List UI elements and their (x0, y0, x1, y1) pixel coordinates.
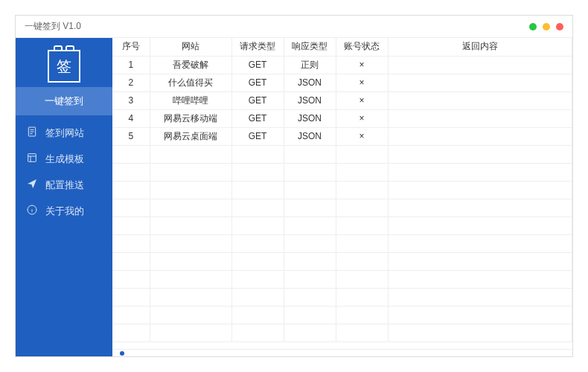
cell-empty (150, 163, 231, 181)
cell-seq: 4 (112, 109, 150, 127)
cell-empty (150, 324, 231, 341)
app-window: 一键签到 V1.0 签 一键签到 签到网站 (15, 15, 573, 357)
col-seq[interactable]: 序号 (112, 38, 150, 56)
table-row-empty (112, 270, 572, 288)
cell-empty (388, 199, 572, 217)
cell-seq: 2 (112, 74, 150, 92)
cell-resp: JSON (284, 127, 336, 145)
cell-empty (150, 145, 231, 163)
cell-empty (112, 252, 150, 270)
cell-resp: 正则 (284, 56, 336, 74)
logo-char: 签 (57, 57, 71, 77)
cell-empty (388, 181, 572, 199)
cell-acct: × (336, 92, 388, 109)
table-row-empty (112, 288, 572, 306)
sidebar-item-sites[interactable]: 签到网站 (16, 120, 112, 146)
cell-empty (284, 252, 336, 270)
cell-empty (231, 324, 284, 341)
table-row-empty (112, 234, 572, 252)
app-logo-icon: 签 (48, 50, 80, 83)
statusbar (112, 349, 572, 356)
cell-acct: × (336, 127, 388, 145)
table-row-empty (112, 181, 572, 199)
table-row[interactable]: 3哔哩哔哩GETJSON× (112, 92, 572, 109)
cell-empty (336, 270, 388, 288)
cell-empty (388, 288, 572, 306)
cell-empty (231, 163, 284, 181)
cell-empty (284, 145, 336, 163)
cell-req: GET (231, 74, 284, 92)
sidebar-item-template[interactable]: 生成模板 (16, 146, 112, 172)
cell-req: GET (231, 127, 284, 145)
cell-empty (150, 217, 231, 234)
cell-empty (284, 288, 336, 306)
cell-empty (336, 217, 388, 234)
window-controls (529, 23, 563, 31)
cell-empty (388, 145, 572, 163)
minimize-button[interactable] (529, 23, 537, 31)
close-button[interactable] (556, 23, 563, 31)
cell-empty (231, 145, 284, 163)
cell-empty (336, 252, 388, 270)
cell-empty (336, 324, 388, 341)
table-container: 序号 网站 请求类型 响应类型 账号状态 返回内容 1吾爱破解GET正则×2什么… (112, 38, 572, 349)
cell-empty (336, 181, 388, 199)
cell-empty (150, 199, 231, 217)
cell-empty (336, 288, 388, 306)
col-account-status[interactable]: 账号状态 (336, 38, 388, 56)
cell-site: 吾爱破解 (150, 56, 231, 74)
cell-empty (231, 199, 284, 217)
table-row-empty (112, 145, 572, 163)
sidebar-item-push[interactable]: 配置推送 (16, 172, 112, 198)
cell-empty (284, 217, 336, 234)
cell-empty (150, 270, 231, 288)
sidebar-item-label: 生成模板 (45, 153, 84, 166)
cell-empty (284, 234, 336, 252)
table-row[interactable]: 4网易云移动端GETJSON× (112, 109, 572, 127)
cell-empty (150, 181, 231, 199)
cell-req: GET (231, 92, 284, 109)
cell-empty (112, 306, 150, 324)
cell-empty (284, 324, 336, 341)
window-title: 一键签到 V1.0 (25, 20, 529, 33)
cell-ret (388, 92, 572, 109)
cell-empty (112, 234, 150, 252)
table-row[interactable]: 2什么值得买GETJSON× (112, 74, 572, 92)
document-icon (26, 126, 38, 140)
cell-ret (388, 127, 572, 145)
sidebar-item-label: 签到网站 (45, 126, 84, 140)
col-request-type[interactable]: 请求类型 (231, 38, 284, 56)
cell-acct: × (336, 56, 388, 74)
cell-empty (231, 270, 284, 288)
cell-empty (150, 306, 231, 324)
cell-empty (284, 163, 336, 181)
cell-req: GET (231, 56, 284, 74)
cell-empty (231, 288, 284, 306)
cell-site: 网易云移动端 (150, 109, 231, 127)
cell-empty (336, 306, 388, 324)
table-row[interactable]: 5网易云桌面端GETJSON× (112, 127, 572, 145)
cell-site: 哔哩哔哩 (150, 92, 231, 109)
col-site[interactable]: 网站 (150, 38, 231, 56)
cell-empty (112, 163, 150, 181)
table-row[interactable]: 1吾爱破解GET正则× (112, 56, 572, 74)
cell-empty (150, 234, 231, 252)
main-area: 序号 网站 请求类型 响应类型 账号状态 返回内容 1吾爱破解GET正则×2什么… (112, 38, 572, 356)
cell-empty (336, 234, 388, 252)
cell-site: 网易云桌面端 (150, 127, 231, 145)
table-row-empty (112, 252, 572, 270)
template-icon (26, 152, 38, 166)
col-response-type[interactable]: 响应类型 (284, 38, 336, 56)
table-row-empty (112, 306, 572, 324)
cell-seq: 1 (112, 56, 150, 74)
maximize-button[interactable] (543, 23, 550, 31)
col-return-content[interactable]: 返回内容 (388, 38, 572, 56)
table-row-empty (112, 163, 572, 181)
cell-empty (388, 217, 572, 234)
cell-empty (231, 306, 284, 324)
sidebar-item-signin[interactable]: 一键签到 (16, 87, 112, 115)
cell-empty (388, 252, 572, 270)
sidebar-item-about[interactable]: 关于我的 (16, 198, 112, 224)
cell-empty (231, 181, 284, 199)
sidebar: 签 一键签到 签到网站 生成模板 配置推送 (16, 38, 112, 356)
